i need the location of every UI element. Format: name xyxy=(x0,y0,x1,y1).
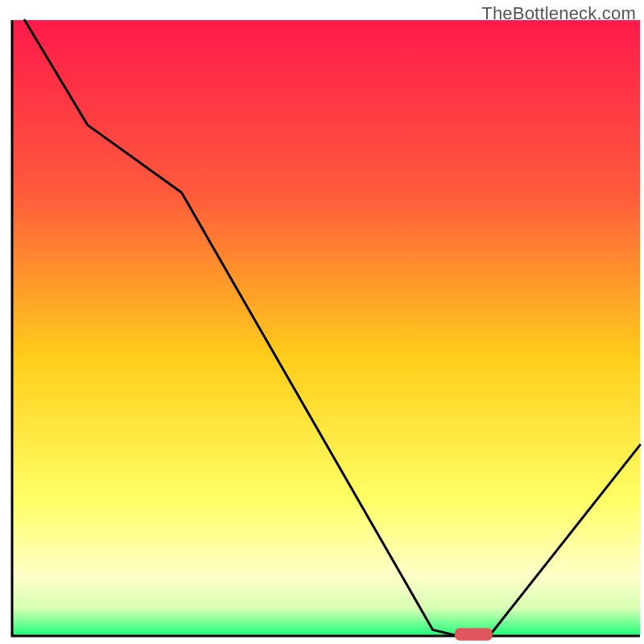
watermark-text: TheBottleneck.com xyxy=(481,3,636,24)
optimal-marker xyxy=(455,628,493,640)
chart-svg xyxy=(0,0,644,644)
plot-background xyxy=(12,20,640,636)
chart-container: TheBottleneck.com xyxy=(0,0,644,644)
